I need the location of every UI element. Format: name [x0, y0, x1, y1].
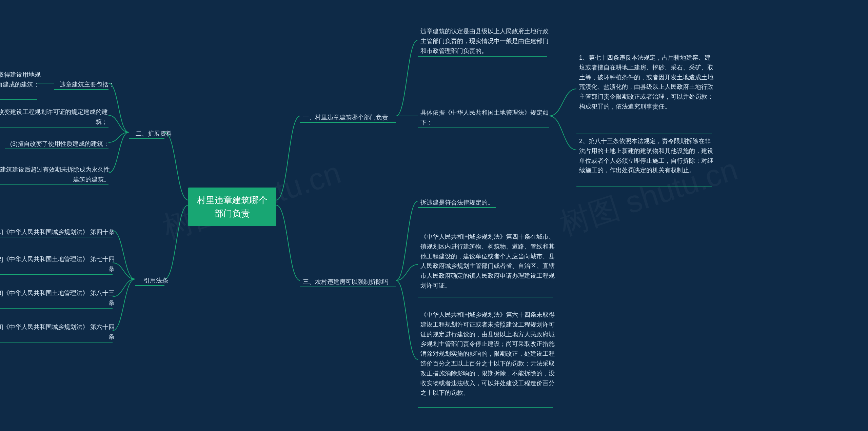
leaf-ref-3[interactable]: [3]《中华人民共和国土地管理法》 第八十三条 [0, 287, 117, 309]
leaf-s1-c2-1[interactable]: 1、第七十四条违反本法规定，占用耕地建窑、建坟或者擅自在耕地上建房、挖砂、采石、… [576, 52, 717, 113]
leaf-s1-c2-2[interactable]: 2、第八十三条依照本法规定，责令限期拆除在非法占用的土地上新建的建筑物和其他设施… [576, 135, 717, 177]
leaf-s1-c1[interactable]: 违章建筑的认定是由县级以上人民政府土地行政主管部门负责的，现实情况中一般是由住建… [418, 25, 553, 57]
leaf-ref-2[interactable]: [2]《中华人民共和国土地管理法》 第七十四条 [0, 253, 117, 275]
leaf-s2-c1[interactable]: (1)未申请或申请未获得批准，未取得建设用地规划许可证和建设工程规划许可证而建成… [0, 68, 45, 91]
leaf-s2-c4[interactable]: (4)临时建筑建设后超过有效期未拆除成为永久性建筑的建筑。 [0, 163, 113, 186]
leaf-s2-c2[interactable]: (2)擅自改变建设工程规划许可证的规定建成的建筑； [0, 106, 111, 128]
leaf-ref-4[interactable]: [4]《中华人民共和国城乡规划法》 第六十四条 [0, 321, 117, 343]
leaf-s1-c2[interactable]: 具体依据《中华人民共和国土地管理法》规定如下： [418, 106, 555, 129]
leaf-s3-c3[interactable]: 《中华人民共和国城乡规划法》第六十四条未取得建设工程规划许可证或者未按照建设工程… [418, 309, 558, 399]
root-node[interactable]: 村里违章建筑哪个部门负责 [188, 188, 276, 226]
leaf-s3-c2[interactable]: 《中华人民共和国城乡规划法》第四十条在城市、镇规划区内进行建筑物、构筑物、道路、… [418, 231, 558, 292]
mindmap-canvas: 树图 shutu.cn 树图 shutu.cn [0, 0, 868, 431]
